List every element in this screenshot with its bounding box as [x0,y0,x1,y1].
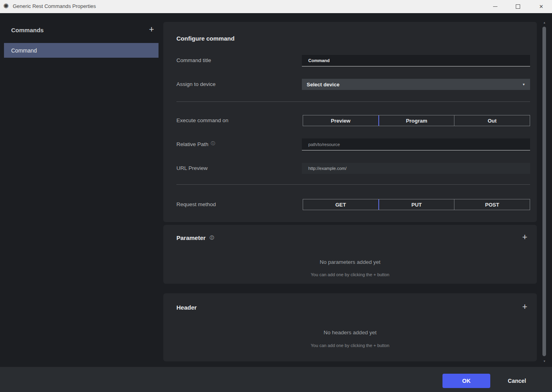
section-divider [176,101,530,102]
close-icon: ✕ [539,4,544,10]
scrollbar-thumb[interactable] [542,27,546,356]
execute-preview-button[interactable]: Preview [303,115,378,126]
header-empty-hint: You can add one by clicking the + button [163,343,537,348]
url-preview-label: URL Preview [176,165,207,171]
header-card: Header + No headers added yet You can ad… [163,293,537,361]
relative-path-label: Relative Path ⓘ [176,141,215,147]
minimize-button[interactable] [486,0,504,13]
url-preview-field: http://example.com/ [302,163,530,174]
info-icon[interactable]: ⓘ [211,140,215,146]
scroll-up-icon[interactable]: ▲ [542,21,547,24]
cancel-button[interactable]: Cancel [500,374,534,388]
device-select-dropdown[interactable]: Select device ▼ [302,79,530,90]
ok-button-label: OK [462,378,471,384]
info-icon[interactable]: ⓘ [210,235,214,240]
add-command-button[interactable]: + [149,24,154,35]
command-title-label: Command title [176,57,211,63]
execute-program-button[interactable]: Program [378,115,454,126]
minimize-icon [493,6,497,7]
segment-label: POST [485,202,499,208]
url-preview-value: http://example.com/ [308,166,346,171]
execute-on-label: Execute command on [176,117,229,123]
method-post-button[interactable]: POST [454,199,530,210]
segment-label: PUT [411,202,422,208]
vertical-scrollbar[interactable]: ▲ ▼ [542,21,547,363]
window-title: Generic Rest Commands Properties [13,3,96,9]
method-get-button[interactable]: GET [303,199,378,210]
sidebar-item-command[interactable]: Command [4,43,159,58]
dialog-window: ✺ Generic Rest Commands Properties ✕ Com… [0,0,552,392]
request-method-label: Request method [176,201,216,207]
add-header-button[interactable]: + [522,302,527,312]
section-divider [176,184,530,185]
scroll-down-icon[interactable]: ▼ [542,360,547,363]
footer-bar: OK Cancel [0,367,552,392]
segment-label: Program [406,118,427,124]
parameter-heading-text: Parameter [176,234,206,241]
relative-path-input[interactable] [302,138,530,150]
header-empty-title: No headers added yet [163,330,537,335]
request-method-segmented-control: GET PUT POST [303,199,530,210]
assign-device-label: Assign to device [176,81,215,87]
parameter-empty-hint: You can add one by clicking the + button [163,272,537,277]
device-select-value: Select device [307,82,339,88]
execute-out-button[interactable]: Out [454,115,530,126]
configure-heading: Configure command [176,35,235,42]
close-button[interactable]: ✕ [532,0,550,13]
relative-path-label-text: Relative Path [176,141,208,147]
maximize-icon [516,4,520,9]
parameter-heading: Parameter ⓘ [176,234,214,242]
parameter-empty-title: No parameters added yet [163,259,537,265]
cancel-button-label: Cancel [508,378,526,384]
header-heading: Header [176,304,197,311]
commands-list-title: Commands [11,27,44,33]
app-icon: ✺ [3,2,9,10]
title-bar: ✺ Generic Rest Commands Properties ✕ [0,0,552,13]
method-put-button[interactable]: PUT [378,199,454,210]
maximize-button[interactable] [509,0,527,13]
segment-label: Preview [331,118,350,124]
add-parameter-button[interactable]: + [522,232,527,242]
sidebar-item-label: Command [11,47,37,54]
segment-label: Out [487,118,496,124]
parameter-card: Parameter ⓘ + No parameters added yet Yo… [163,225,537,284]
segment-label: GET [335,202,346,208]
execute-on-segmented-control: Preview Program Out [303,115,530,126]
command-title-input[interactable] [302,55,530,66]
chevron-down-icon: ▼ [522,83,525,86]
ok-button[interactable]: OK [442,374,490,388]
configure-command-card: Configure command Command title Assign t… [163,22,537,222]
